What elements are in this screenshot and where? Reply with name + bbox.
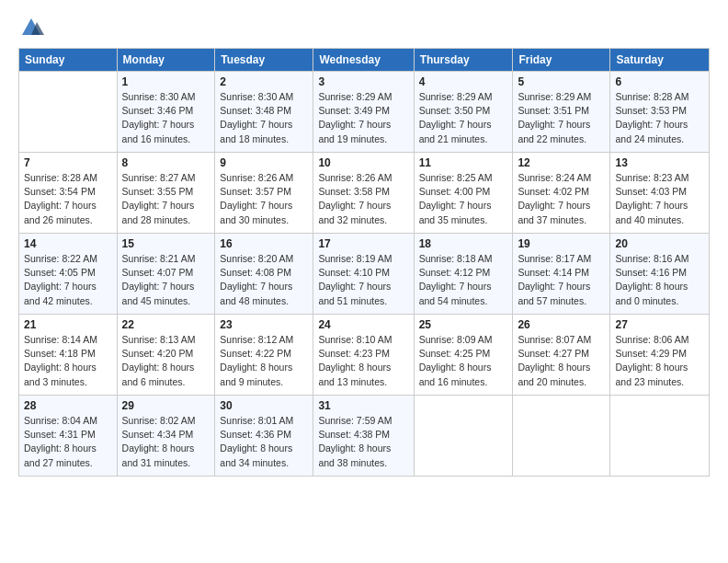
day-info: Sunrise: 8:24 AMSunset: 4:02 PMDaylight:…: [518, 171, 605, 227]
day-info: Sunrise: 8:21 AMSunset: 4:07 PMDaylight:…: [122, 252, 210, 308]
day-number: 24: [318, 318, 408, 331]
day-cell: 12Sunrise: 8:24 AMSunset: 4:02 PMDayligh…: [513, 153, 610, 234]
day-info: Sunrise: 8:19 AMSunset: 4:10 PMDaylight:…: [318, 252, 408, 308]
weekday-header-tuesday: Tuesday: [215, 49, 313, 72]
day-number: 18: [419, 237, 508, 250]
day-number: 30: [220, 399, 308, 412]
day-info: Sunrise: 8:30 AMSunset: 3:48 PMDaylight:…: [220, 90, 308, 146]
day-cell: 4Sunrise: 8:29 AMSunset: 3:50 PMDaylight…: [414, 72, 513, 153]
day-number: 27: [615, 318, 704, 331]
day-info: Sunrise: 8:23 AMSunset: 4:03 PMDaylight:…: [615, 171, 704, 227]
day-info: Sunrise: 8:22 AMSunset: 4:05 PMDaylight:…: [24, 252, 112, 308]
day-cell: 7Sunrise: 8:28 AMSunset: 3:54 PMDaylight…: [19, 153, 118, 234]
day-cell: 26Sunrise: 8:07 AMSunset: 4:27 PMDayligh…: [513, 315, 610, 396]
week-row-5: 28Sunrise: 8:04 AMSunset: 4:31 PMDayligh…: [19, 396, 710, 477]
day-info: Sunrise: 8:06 AMSunset: 4:29 PMDaylight:…: [615, 333, 704, 389]
day-number: 21: [24, 318, 112, 331]
day-info: Sunrise: 8:17 AMSunset: 4:14 PMDaylight:…: [518, 252, 605, 308]
day-info: Sunrise: 8:26 AMSunset: 3:58 PMDaylight:…: [318, 171, 408, 227]
day-info: Sunrise: 7:59 AMSunset: 4:38 PMDaylight:…: [318, 414, 408, 470]
day-cell: 5Sunrise: 8:29 AMSunset: 3:51 PMDaylight…: [513, 72, 610, 153]
day-cell: 22Sunrise: 8:13 AMSunset: 4:20 PMDayligh…: [117, 315, 215, 396]
day-number: 28: [24, 399, 112, 412]
day-cell: 14Sunrise: 8:22 AMSunset: 4:05 PMDayligh…: [19, 234, 118, 315]
day-info: Sunrise: 8:01 AMSunset: 4:36 PMDaylight:…: [220, 414, 308, 470]
day-number: 2: [220, 75, 308, 88]
day-number: 23: [220, 318, 308, 331]
day-info: Sunrise: 8:12 AMSunset: 4:22 PMDaylight:…: [220, 333, 308, 389]
day-number: 13: [615, 156, 704, 169]
day-number: 19: [518, 237, 605, 250]
day-cell: [19, 72, 118, 153]
day-cell: 1Sunrise: 8:30 AMSunset: 3:46 PMDaylight…: [117, 72, 215, 153]
header: [18, 15, 710, 40]
weekday-header-friday: Friday: [513, 49, 610, 72]
day-cell: [414, 396, 513, 477]
day-info: Sunrise: 8:28 AMSunset: 3:53 PMDaylight:…: [615, 90, 704, 146]
day-cell: 8Sunrise: 8:27 AMSunset: 3:55 PMDaylight…: [117, 153, 215, 234]
day-info: Sunrise: 8:30 AMSunset: 3:46 PMDaylight:…: [122, 90, 210, 146]
day-cell: 13Sunrise: 8:23 AMSunset: 4:03 PMDayligh…: [610, 153, 710, 234]
day-number: 17: [318, 237, 408, 250]
day-info: Sunrise: 8:29 AMSunset: 3:49 PMDaylight:…: [318, 90, 408, 146]
day-number: 1: [122, 75, 210, 88]
day-number: 20: [615, 237, 704, 250]
day-cell: 2Sunrise: 8:30 AMSunset: 3:48 PMDaylight…: [215, 72, 313, 153]
day-number: 15: [122, 237, 210, 250]
day-info: Sunrise: 8:25 AMSunset: 4:00 PMDaylight:…: [419, 171, 508, 227]
day-info: Sunrise: 8:29 AMSunset: 3:50 PMDaylight:…: [419, 90, 508, 146]
day-cell: 23Sunrise: 8:12 AMSunset: 4:22 PMDayligh…: [215, 315, 313, 396]
week-row-1: 1Sunrise: 8:30 AMSunset: 3:46 PMDaylight…: [19, 72, 710, 153]
day-cell: 24Sunrise: 8:10 AMSunset: 4:23 PMDayligh…: [313, 315, 414, 396]
day-number: 4: [419, 75, 508, 88]
day-info: Sunrise: 8:18 AMSunset: 4:12 PMDaylight:…: [419, 252, 508, 308]
day-cell: 15Sunrise: 8:21 AMSunset: 4:07 PMDayligh…: [117, 234, 215, 315]
day-cell: 16Sunrise: 8:20 AMSunset: 4:08 PMDayligh…: [215, 234, 313, 315]
day-cell: [513, 396, 610, 477]
day-number: 29: [122, 399, 210, 412]
weekday-header-wednesday: Wednesday: [313, 49, 414, 72]
day-info: Sunrise: 8:28 AMSunset: 3:54 PMDaylight:…: [24, 171, 112, 227]
day-number: 3: [318, 75, 408, 88]
day-cell: 10Sunrise: 8:26 AMSunset: 3:58 PMDayligh…: [313, 153, 414, 234]
day-number: 11: [419, 156, 508, 169]
day-cell: 29Sunrise: 8:02 AMSunset: 4:34 PMDayligh…: [117, 396, 215, 477]
day-number: 8: [122, 156, 210, 169]
day-number: 14: [24, 237, 112, 250]
calendar-body: 1Sunrise: 8:30 AMSunset: 3:46 PMDaylight…: [19, 72, 710, 477]
day-cell: 19Sunrise: 8:17 AMSunset: 4:14 PMDayligh…: [513, 234, 610, 315]
day-number: 9: [220, 156, 308, 169]
day-number: 22: [122, 318, 210, 331]
day-info: Sunrise: 8:29 AMSunset: 3:51 PMDaylight:…: [518, 90, 605, 146]
week-row-4: 21Sunrise: 8:14 AMSunset: 4:18 PMDayligh…: [19, 315, 710, 396]
logo: [18, 15, 48, 40]
day-info: Sunrise: 8:26 AMSunset: 3:57 PMDaylight:…: [220, 171, 308, 227]
day-cell: 9Sunrise: 8:26 AMSunset: 3:57 PMDaylight…: [215, 153, 313, 234]
day-info: Sunrise: 8:02 AMSunset: 4:34 PMDaylight:…: [122, 414, 210, 470]
logo-icon: [18, 15, 44, 40]
day-info: Sunrise: 8:16 AMSunset: 4:16 PMDaylight:…: [615, 252, 704, 308]
day-cell: 3Sunrise: 8:29 AMSunset: 3:49 PMDaylight…: [313, 72, 414, 153]
day-cell: 11Sunrise: 8:25 AMSunset: 4:00 PMDayligh…: [414, 153, 513, 234]
day-info: Sunrise: 8:20 AMSunset: 4:08 PMDaylight:…: [220, 252, 308, 308]
day-number: 12: [518, 156, 605, 169]
day-number: 7: [24, 156, 112, 169]
weekday-header-sunday: Sunday: [19, 49, 118, 72]
day-info: Sunrise: 8:10 AMSunset: 4:23 PMDaylight:…: [318, 333, 408, 389]
day-cell: 20Sunrise: 8:16 AMSunset: 4:16 PMDayligh…: [610, 234, 710, 315]
day-cell: 28Sunrise: 8:04 AMSunset: 4:31 PMDayligh…: [19, 396, 118, 477]
day-info: Sunrise: 8:07 AMSunset: 4:27 PMDaylight:…: [518, 333, 605, 389]
day-info: Sunrise: 8:14 AMSunset: 4:18 PMDaylight:…: [24, 333, 112, 389]
day-info: Sunrise: 8:13 AMSunset: 4:20 PMDaylight:…: [122, 333, 210, 389]
day-info: Sunrise: 8:09 AMSunset: 4:25 PMDaylight:…: [419, 333, 508, 389]
day-cell: 18Sunrise: 8:18 AMSunset: 4:12 PMDayligh…: [414, 234, 513, 315]
weekday-header-monday: Monday: [117, 49, 215, 72]
weekday-header-thursday: Thursday: [414, 49, 513, 72]
week-row-2: 7Sunrise: 8:28 AMSunset: 3:54 PMDaylight…: [19, 153, 710, 234]
day-cell: 6Sunrise: 8:28 AMSunset: 3:53 PMDaylight…: [610, 72, 710, 153]
day-info: Sunrise: 8:04 AMSunset: 4:31 PMDaylight:…: [24, 414, 112, 470]
day-number: 31: [318, 399, 408, 412]
day-cell: 17Sunrise: 8:19 AMSunset: 4:10 PMDayligh…: [313, 234, 414, 315]
day-number: 6: [615, 75, 704, 88]
day-number: 16: [220, 237, 308, 250]
